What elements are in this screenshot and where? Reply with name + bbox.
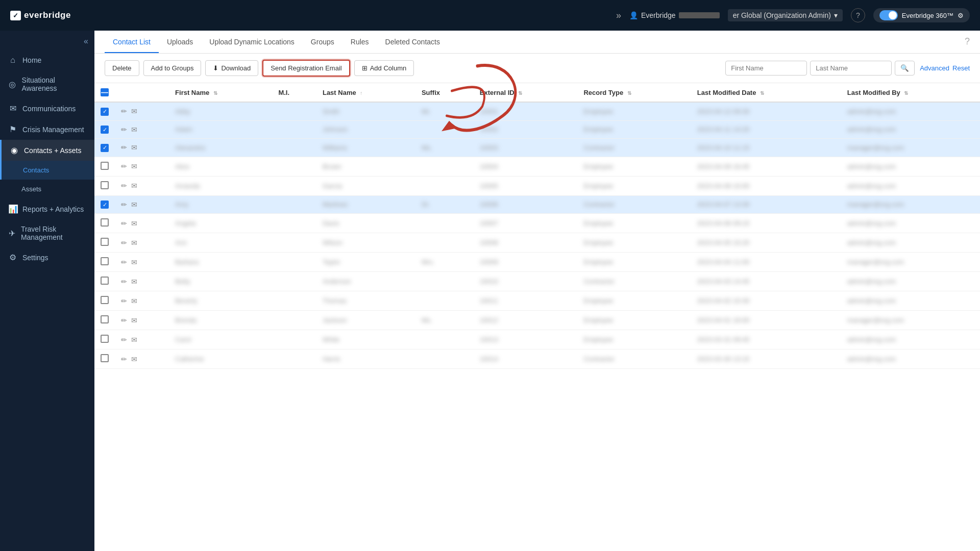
edit-icon[interactable]: ✏ bbox=[121, 297, 127, 305]
add-column-button[interactable]: ⊞ Add Column bbox=[354, 60, 414, 76]
email-icon[interactable]: ✉ bbox=[131, 297, 137, 305]
email-icon[interactable]: ✉ bbox=[131, 336, 137, 344]
email-icon[interactable]: ✉ bbox=[131, 201, 137, 209]
last-modified-by-header[interactable]: Last Modified By ⇅ bbox=[841, 83, 980, 102]
edit-icon[interactable]: ✏ bbox=[121, 278, 127, 286]
sidebar-item-contacts[interactable]: Contacts bbox=[0, 161, 94, 180]
table-row[interactable]: ✏ ✉ AngelaDavis10007Employee2023-04-06 0… bbox=[94, 214, 980, 233]
row-checkbox[interactable] bbox=[101, 218, 109, 227]
tab-rules[interactable]: Rules bbox=[342, 31, 377, 53]
table-row[interactable]: ✏ ✉ CatherineHarris10014Contractor2023-0… bbox=[94, 349, 980, 369]
last-name-search[interactable] bbox=[810, 61, 892, 76]
sidebar-item-crisis-management[interactable]: ⚑ Crisis Management bbox=[0, 119, 94, 140]
email-icon[interactable]: ✉ bbox=[131, 239, 137, 247]
logo[interactable]: ✓ everbridge bbox=[10, 10, 71, 20]
email-icon[interactable]: ✉ bbox=[131, 126, 137, 134]
row-checkbox[interactable] bbox=[101, 315, 109, 323]
table-row[interactable]: ✏ ✉ CarolWhite10013Employee2023-03-31 09… bbox=[94, 330, 980, 349]
send-registration-email-button[interactable]: Send Registration Email bbox=[262, 60, 350, 77]
row-checkbox[interactable] bbox=[101, 277, 109, 285]
tab-groups[interactable]: Groups bbox=[303, 31, 342, 53]
table-row[interactable]: ✓ ✏ ✉ AmyMartinezDr.10006Contractor2023-… bbox=[94, 195, 980, 214]
sidebar-item-communications[interactable]: ✉ Communications bbox=[0, 98, 94, 119]
row-checkbox[interactable]: ✓ bbox=[101, 126, 109, 134]
edit-icon[interactable]: ✏ bbox=[121, 107, 127, 115]
table-row[interactable]: ✏ ✉ BrendaJacksonMs.10012Employee2023-04… bbox=[94, 311, 980, 330]
sidebar-item-settings[interactable]: ⚙ Settings bbox=[0, 247, 94, 268]
sidebar-item-situational-awareness[interactable]: ◎ Situational Awareness bbox=[0, 70, 94, 98]
row-checkbox[interactable]: ✓ bbox=[101, 108, 109, 116]
edit-icon[interactable]: ✏ bbox=[121, 182, 127, 190]
toggle-360[interactable]: Everbridge 360™ ⚙ bbox=[873, 8, 970, 22]
sidebar-item-home[interactable]: ⌂ Home bbox=[0, 50, 94, 70]
table-row[interactable]: ✏ ✉ AnnWilson10008Employee2023-04-05 15:… bbox=[94, 233, 980, 253]
external-id-header[interactable]: External ID ⇅ bbox=[474, 83, 578, 102]
sidebar-item-reports-analytics[interactable]: 📊 Reports + Analytics bbox=[0, 198, 94, 219]
select-all-header[interactable]: — bbox=[94, 83, 115, 102]
delete-button[interactable]: Delete bbox=[105, 60, 139, 76]
table-row[interactable]: ✓ ✏ ✉ AlexandraWilliamsMs.10003Contracto… bbox=[94, 139, 980, 157]
row-checkbox[interactable]: ✓ bbox=[101, 144, 109, 152]
sidebar-item-contacts-assets[interactable]: ◉ Contacts + Assets bbox=[0, 140, 94, 161]
table-row[interactable]: ✓ ✏ ✉ AbbySmithMr.10001Employee2023-04-1… bbox=[94, 102, 980, 120]
email-icon[interactable]: ✉ bbox=[131, 316, 137, 324]
tab-deleted-contacts[interactable]: Deleted Contacts bbox=[377, 31, 448, 53]
row-checkbox[interactable] bbox=[101, 296, 109, 304]
edit-icon[interactable]: ✏ bbox=[121, 258, 127, 266]
mi-header[interactable]: M.I. bbox=[272, 83, 316, 102]
sidebar-item-travel-risk[interactable]: ✈ Travel Risk Management bbox=[0, 219, 94, 247]
sidebar-item-assets[interactable]: Assets bbox=[0, 180, 94, 198]
edit-icon[interactable]: ✏ bbox=[121, 239, 127, 247]
tab-upload-dynamic-locations[interactable]: Upload Dynamic Locations bbox=[201, 31, 303, 53]
email-icon[interactable]: ✉ bbox=[131, 355, 137, 363]
record-type-header[interactable]: Record Type ⇅ bbox=[577, 83, 691, 102]
row-checkbox[interactable] bbox=[101, 181, 109, 189]
org-info[interactable]: er Global (Organization Admin) ▾ bbox=[728, 9, 843, 21]
table-row[interactable]: ✏ ✉ AmandaGarcia10005Employee2023-04-08 … bbox=[94, 176, 980, 195]
email-icon[interactable]: ✉ bbox=[131, 278, 137, 286]
row-checkbox[interactable] bbox=[101, 354, 109, 362]
toggle-switch[interactable] bbox=[879, 10, 898, 20]
row-checkbox[interactable]: ✓ bbox=[101, 201, 109, 209]
expand-chevron[interactable]: » bbox=[616, 10, 621, 21]
tab-uploads[interactable]: Uploads bbox=[159, 31, 201, 53]
user-info[interactable]: 👤 Everbridge bbox=[629, 11, 720, 19]
reset-search-link[interactable]: Reset bbox=[952, 64, 970, 72]
select-all-checkbox[interactable]: — bbox=[101, 88, 109, 96]
row-checkbox[interactable] bbox=[101, 162, 109, 170]
edit-icon[interactable]: ✏ bbox=[121, 162, 127, 170]
edit-icon[interactable]: ✏ bbox=[121, 143, 127, 152]
suffix-header[interactable]: Suffix bbox=[415, 83, 474, 102]
help-button[interactable]: ? bbox=[851, 8, 865, 22]
edit-icon[interactable]: ✏ bbox=[121, 316, 127, 324]
email-icon[interactable]: ✉ bbox=[131, 143, 137, 152]
email-icon[interactable]: ✉ bbox=[131, 162, 137, 170]
download-button[interactable]: ⬇ Download bbox=[205, 60, 258, 76]
table-row[interactable]: ✏ ✉ BarbaraTaylorMrs.10009Employee2023-0… bbox=[94, 253, 980, 272]
last-name-header[interactable]: Last Name ↑ bbox=[316, 83, 415, 102]
edit-icon[interactable]: ✏ bbox=[121, 355, 127, 363]
email-icon[interactable]: ✉ bbox=[131, 107, 137, 115]
search-button[interactable]: 🔍 bbox=[895, 61, 915, 76]
row-checkbox[interactable] bbox=[101, 335, 109, 343]
email-icon[interactable]: ✉ bbox=[131, 219, 137, 228]
edit-icon[interactable]: ✏ bbox=[121, 336, 127, 344]
tab-help-icon[interactable]: ? bbox=[965, 36, 970, 53]
row-checkbox[interactable] bbox=[101, 238, 109, 246]
table-row[interactable]: ✓ ✏ ✉ AdamJohnson10002Employee2023-04-11… bbox=[94, 120, 980, 139]
sidebar-collapse-button[interactable]: « bbox=[0, 35, 94, 50]
edit-icon[interactable]: ✏ bbox=[121, 126, 127, 134]
edit-icon[interactable]: ✏ bbox=[121, 201, 127, 209]
edit-icon[interactable]: ✏ bbox=[121, 219, 127, 228]
table-row[interactable]: ✏ ✉ BeverlyThomas10011Employee2023-04-02… bbox=[94, 291, 980, 311]
advanced-search-link[interactable]: Advanced bbox=[920, 64, 949, 72]
tab-contact-list[interactable]: Contact List bbox=[105, 31, 159, 53]
table-row[interactable]: ✏ ✉ BettyAnderson10010Contractor2023-04-… bbox=[94, 272, 980, 291]
first-name-header[interactable]: First Name ⇅ bbox=[169, 83, 272, 102]
first-name-search[interactable] bbox=[725, 61, 807, 76]
email-icon[interactable]: ✉ bbox=[131, 258, 137, 266]
table-row[interactable]: ✏ ✉ AliceBrown10004Employee2023-04-09 16… bbox=[94, 157, 980, 176]
row-checkbox[interactable] bbox=[101, 257, 109, 265]
email-icon[interactable]: ✉ bbox=[131, 182, 137, 190]
last-modified-date-header[interactable]: Last Modified Date ⇅ bbox=[691, 83, 841, 102]
